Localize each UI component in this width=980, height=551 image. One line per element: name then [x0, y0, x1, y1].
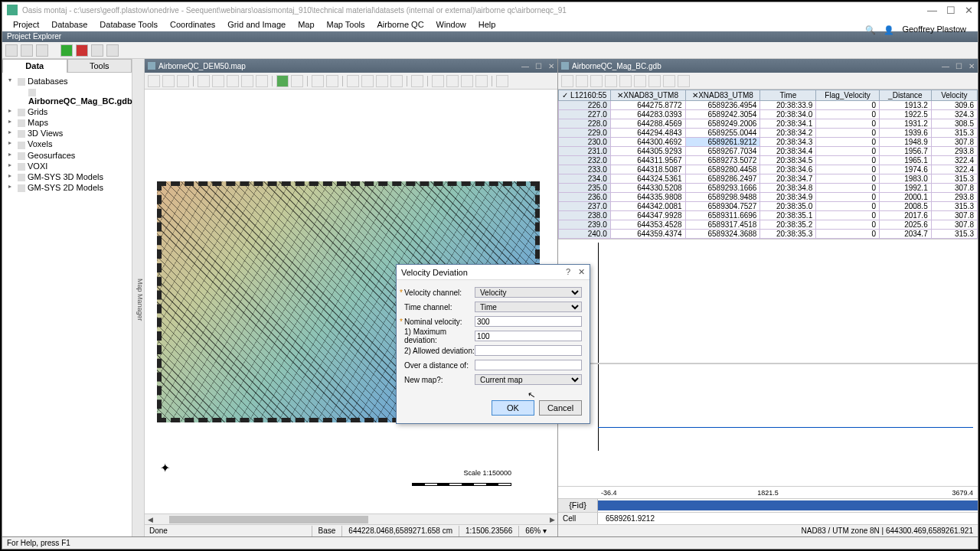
scroll-thumb[interactable]	[169, 516, 368, 523]
tab-data[interactable]: Data	[2, 59, 67, 73]
cell[interactable]: 2025.6	[879, 220, 931, 230]
menu-airborne-qc[interactable]: Airborne QC	[371, 18, 430, 31]
close-icon[interactable]: ✕	[965, 5, 973, 16]
cell[interactable]: 0	[816, 220, 880, 230]
cell[interactable]: 231.0	[559, 147, 611, 156]
data-grid[interactable]: ✓ L12160:55✕XNAD83_UTM8✕XNAD83_UTM8TimeF…	[558, 90, 978, 239]
snap2-icon[interactable]	[361, 75, 374, 87]
col-header[interactable]: Time	[760, 90, 816, 101]
cell[interactable]: 233.0	[559, 165, 611, 174]
cell[interactable]: 0	[816, 156, 880, 165]
doc-max-icon[interactable]: ☐	[535, 62, 542, 70]
record-icon[interactable]	[76, 44, 88, 57]
cell[interactable]: 20:38:34.4	[760, 147, 816, 156]
cell[interactable]: 644324.5361	[610, 174, 685, 184]
cell[interactable]: 0	[816, 230, 880, 239]
cell[interactable]: 6589255.0044	[685, 129, 760, 138]
db-tool7[interactable]	[648, 75, 661, 87]
cell[interactable]: 1913.2	[879, 101, 931, 110]
zoom-in-icon[interactable]	[212, 75, 224, 87]
stop-icon[interactable]	[91, 44, 103, 57]
cell[interactable]: 0	[816, 174, 880, 184]
cell[interactable]: 20:38:35.0	[760, 202, 816, 211]
cancel-button[interactable]: Cancel	[539, 400, 582, 416]
tree-grids[interactable]: Grids	[7, 106, 127, 117]
cell[interactable]: 324.3	[931, 110, 977, 119]
cell[interactable]: 322.4	[931, 165, 977, 174]
table-row[interactable]: 227.0644283.03936589242.305420:38:34.001…	[559, 110, 978, 119]
table-row[interactable]: 235.0644330.52086589293.166620:38:34.801…	[559, 184, 978, 193]
cell[interactable]: 307.8	[931, 211, 977, 220]
cell[interactable]: 1956.7	[879, 147, 931, 156]
cell[interactable]: 315.3	[931, 202, 977, 211]
cell[interactable]: 307.8	[931, 220, 977, 230]
doc-min-icon[interactable]: —	[521, 62, 529, 70]
snap3-icon[interactable]	[376, 75, 388, 87]
cell[interactable]: 315.3	[931, 174, 977, 184]
zoom-out-icon[interactable]	[227, 75, 239, 87]
map-manager-tab[interactable]: Map Manager	[132, 59, 145, 536]
cell[interactable]: 2000.1	[879, 193, 931, 202]
cell[interactable]: 236.0	[559, 193, 611, 202]
tab-tools[interactable]: Tools	[67, 59, 132, 73]
cell[interactable]: 1965.1	[879, 156, 931, 165]
db-tool3[interactable]	[590, 75, 603, 87]
cell[interactable]: 6589324.3688	[685, 230, 760, 239]
tool-save[interactable]	[36, 44, 48, 57]
menu-map[interactable]: Map	[292, 18, 320, 31]
cell[interactable]: 6589304.7527	[685, 202, 760, 211]
cell[interactable]: 0	[816, 147, 880, 156]
cell[interactable]: 20:38:34.6	[760, 165, 816, 174]
table-row[interactable]: 228.0644288.45696589249.200620:38:34.101…	[559, 119, 978, 129]
table-row[interactable]: 229.0644294.48436589255.004420:38:34.201…	[559, 129, 978, 138]
menu-database[interactable]: Database	[45, 18, 93, 31]
cell[interactable]: 6589298.9488	[685, 193, 760, 202]
menu-database-tools[interactable]: Database Tools	[93, 18, 164, 31]
col-header[interactable]: ✓ L12160:55	[559, 90, 611, 101]
cell[interactable]: 6589273.5072	[685, 156, 760, 165]
fid-slider[interactable]	[598, 499, 978, 512]
cell[interactable]: 0	[816, 101, 880, 110]
cell[interactable]: 6589293.1666	[685, 184, 760, 193]
cell[interactable]: 644311.9567	[610, 156, 685, 165]
gear-icon[interactable]	[475, 75, 488, 87]
tree-databases[interactable]: Databases	[7, 76, 127, 86]
table-row[interactable]: 233.0644318.50876589280.445820:38:34.601…	[559, 165, 978, 174]
cell[interactable]: 240.0	[559, 230, 611, 239]
cell[interactable]: 20:38:34.8	[760, 184, 816, 193]
cell[interactable]: 234.0	[559, 174, 611, 184]
cell[interactable]: 644275.8772	[610, 101, 685, 110]
chart-splitter[interactable]	[558, 363, 978, 364]
cell[interactable]: 20:38:34.3	[760, 138, 816, 147]
prev-icon[interactable]	[312, 75, 324, 87]
cell[interactable]: 230.0	[559, 138, 611, 147]
cell[interactable]: 20:38:34.0	[760, 110, 816, 119]
col-header[interactable]: ✕XNAD83_UTM8	[610, 90, 685, 101]
cell[interactable]: 20:38:34.9	[760, 193, 816, 202]
pan-icon[interactable]	[162, 75, 175, 87]
col-header[interactable]: Velocity	[931, 90, 977, 101]
cell[interactable]: 315.3	[931, 230, 977, 239]
table-row[interactable]: 234.0644324.53616589286.249720:38:34.701…	[559, 174, 978, 184]
cell[interactable]: 644359.4374	[610, 230, 685, 239]
target-icon[interactable]	[177, 75, 189, 87]
minimize-icon[interactable]: —	[927, 5, 937, 16]
cell[interactable]: 0	[816, 110, 880, 119]
play-icon[interactable]	[60, 44, 73, 57]
cell[interactable]: 6589236.4954	[685, 101, 760, 110]
globe-icon[interactable]	[256, 75, 268, 87]
cell[interactable]: 6589267.7034	[685, 147, 760, 156]
cell[interactable]: 307.8	[931, 138, 977, 147]
cell[interactable]: 20:38:34.7	[760, 174, 816, 184]
status-zoom[interactable]: 66% ▾	[518, 526, 553, 536]
cell[interactable]: 228.0	[559, 119, 611, 129]
misc3-icon[interactable]	[461, 75, 473, 87]
cell[interactable]: 0	[816, 193, 880, 202]
link-icon[interactable]	[411, 75, 423, 87]
cell[interactable]: 1948.9	[879, 138, 931, 147]
cell[interactable]: 20:38:33.9	[760, 101, 816, 110]
cell[interactable]: 1931.2	[879, 119, 931, 129]
db-tool4[interactable]	[605, 75, 617, 87]
db-tool8[interactable]	[663, 75, 675, 87]
zoom-extent-icon[interactable]	[241, 75, 253, 87]
